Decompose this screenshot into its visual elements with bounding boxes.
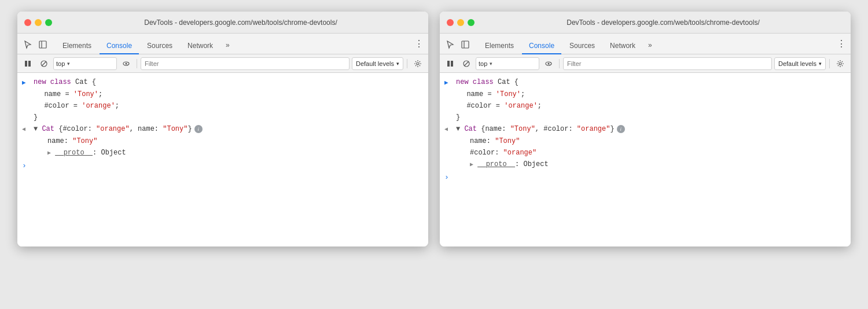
log-levels-left[interactable]: Default levels ▾ xyxy=(352,57,403,70)
maximize-button-right[interactable] xyxy=(468,19,475,26)
body-7-right: #color: "orange" xyxy=(456,148,846,158)
svg-line-14 xyxy=(464,61,469,66)
tab-bar-right: Elements Console Sources Network » ⋮ xyxy=(440,34,851,54)
tab-sources-right[interactable]: Sources xyxy=(562,38,602,54)
body-8-right: ▶ __proto__: Object xyxy=(456,159,846,170)
filter-input-right[interactable] xyxy=(563,57,772,70)
tab-sources-left[interactable]: Sources xyxy=(140,38,179,54)
cursor-icon-right[interactable] xyxy=(444,39,456,50)
console-line-2-right: name = 'Tony'; xyxy=(440,89,851,100)
dock-icon-right[interactable] xyxy=(459,39,471,50)
console-line-6-left: name: "Tony" xyxy=(17,135,428,147)
console-line-6-right: name: "Tony" xyxy=(440,135,851,147)
tab-elements-left[interactable]: Elements xyxy=(56,38,98,54)
minimize-button-right[interactable] xyxy=(457,19,464,26)
maximize-button-left[interactable] xyxy=(45,19,52,26)
tab-console-right[interactable]: Console xyxy=(522,38,561,54)
console-line-5-right[interactable]: ◀ ▼ Cat {name: "Tony", #color: "orange"}… xyxy=(440,123,851,135)
tab-console-left[interactable]: Console xyxy=(100,38,139,54)
body-3-right: #color = 'orange'; xyxy=(458,101,846,111)
devtools-window-right: DevTools - developers.google.com/web/too… xyxy=(440,12,851,247)
svg-point-17 xyxy=(839,62,841,65)
pause-script-button-left[interactable] xyxy=(21,57,35,71)
window-title-left: DevTools - developers.google.com/web/too… xyxy=(60,19,421,27)
context-selector-left[interactable]: top ▾ xyxy=(53,57,117,70)
gutter-1-left: ▶ xyxy=(22,77,34,88)
block-icon-right[interactable] xyxy=(459,57,473,71)
minimize-button-left[interactable] xyxy=(35,19,42,26)
filter-input-left[interactable] xyxy=(141,57,350,70)
console-line-4-right: } xyxy=(440,112,851,123)
close-button-right[interactable] xyxy=(447,19,454,26)
tab-more-right[interactable]: » xyxy=(643,38,657,54)
console-output-left: ▶ new class Cat { name = 'Tony'; #color … xyxy=(17,73,428,247)
console-line-3-left: #color = 'orange'; xyxy=(17,100,428,112)
devtools-menu-left[interactable]: ⋮ xyxy=(414,38,424,54)
tab-bar-left: Elements Console Sources Network » ⋮ xyxy=(17,34,428,54)
gutter-2-left xyxy=(24,89,36,90)
gutter-4-left xyxy=(22,112,34,113)
gutter-5-left: ◀ xyxy=(22,124,34,135)
log-levels-right[interactable]: Default levels ▾ xyxy=(774,57,826,70)
body-2-right: name = 'Tony'; xyxy=(458,89,846,100)
body-5-left: ▼ Cat {#color: "orange", name: "Tony"}i xyxy=(34,124,424,134)
body-6-right: name: "Tony" xyxy=(456,136,846,146)
svg-rect-3 xyxy=(28,61,31,67)
console-line-5-left[interactable]: ◀ ▼ Cat {#color: "orange", name: "Tony"}… xyxy=(17,123,428,135)
console-line-8-right[interactable]: ▶ __proto__: Object xyxy=(440,159,851,171)
console-output-right: ▶ new class Cat { name = 'Tony'; #color … xyxy=(440,73,851,247)
gutter-4-right xyxy=(444,112,456,113)
console-prompt-left[interactable]: › xyxy=(17,159,428,172)
body-7-left: ▶ __proto__: Object xyxy=(34,148,424,159)
tab-network-right[interactable]: Network xyxy=(603,38,642,54)
eye-icon-left[interactable] xyxy=(119,57,133,71)
context-arrow-left: ▾ xyxy=(67,61,70,67)
settings-icon-right[interactable] xyxy=(833,57,847,71)
svg-line-5 xyxy=(42,61,46,66)
tab-bar-icons-right xyxy=(444,39,471,54)
cursor-icon-left[interactable] xyxy=(22,39,34,50)
svg-rect-12 xyxy=(451,61,453,67)
tab-network-left[interactable]: Network xyxy=(181,38,220,54)
console-toolbar-left: top ▾ Default levels ▾ xyxy=(17,54,428,73)
svg-rect-9 xyxy=(462,41,469,48)
svg-point-7 xyxy=(126,62,127,64)
body-6-left: name: "Tony" xyxy=(34,136,424,146)
traffic-lights-left xyxy=(24,19,52,26)
title-bar-right: DevTools - developers.google.com/web/too… xyxy=(440,12,851,34)
log-levels-arrow-right: ▾ xyxy=(819,61,822,67)
body-1-right: new class Cat { xyxy=(456,77,846,87)
prompt-arrow-right: › xyxy=(444,173,449,182)
console-line-4-left: } xyxy=(17,112,428,123)
body-4-left: } xyxy=(34,112,424,123)
gutter-8-right xyxy=(444,159,456,160)
gutter-3-right xyxy=(447,101,458,101)
close-button-left[interactable] xyxy=(24,19,31,26)
pause-script-button-right[interactable] xyxy=(443,57,457,71)
settings-icon-left[interactable] xyxy=(411,57,425,71)
context-label-right: top xyxy=(479,60,487,67)
body-4-right: } xyxy=(456,112,846,123)
devtools-menu-right[interactable]: ⋮ xyxy=(837,38,846,54)
devtools-window-left: DevTools - developers.google.com/web/too… xyxy=(17,12,428,247)
body-3-left: #color = 'orange'; xyxy=(36,101,424,111)
tab-more-left[interactable]: » xyxy=(221,38,234,54)
tab-elements-right[interactable]: Elements xyxy=(478,38,521,54)
block-icon-left[interactable] xyxy=(37,57,51,71)
dock-icon-left[interactable] xyxy=(37,39,49,50)
context-selector-right[interactable]: top ▾ xyxy=(476,57,539,70)
console-line-7-left[interactable]: ▶ __proto__: Object xyxy=(17,147,428,159)
tab-bar-icons-left xyxy=(22,39,49,54)
gutter-1-right: ▶ xyxy=(444,77,456,88)
svg-rect-2 xyxy=(25,61,27,67)
gutter-6-right xyxy=(444,136,456,137)
console-prompt-right[interactable]: › xyxy=(440,171,851,184)
body-1-left: new class Cat { xyxy=(34,77,424,87)
toolbar-divider-2-left xyxy=(407,59,407,68)
traffic-lights-right xyxy=(447,19,475,26)
log-levels-arrow-left: ▾ xyxy=(396,61,399,67)
context-label-left: top xyxy=(56,60,65,67)
gutter-2-right xyxy=(447,89,458,90)
eye-icon-right[interactable] xyxy=(542,57,556,71)
console-line-1-right: ▶ new class Cat { xyxy=(440,76,851,89)
